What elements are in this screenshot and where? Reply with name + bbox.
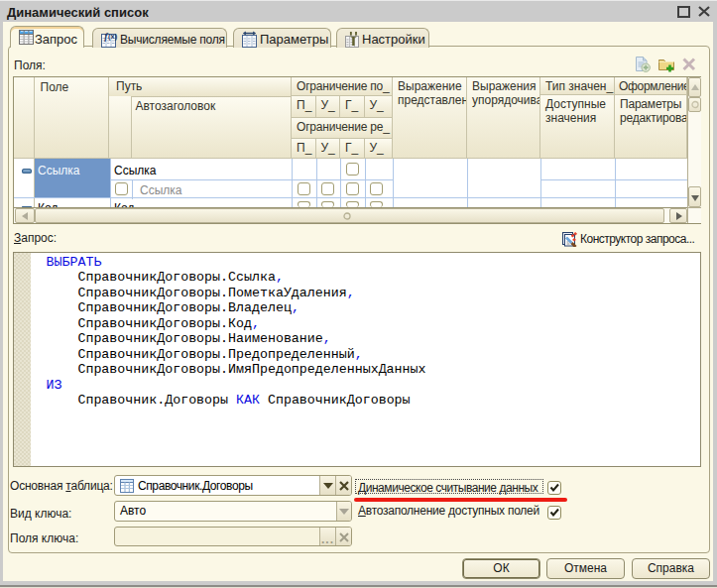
svg-text:(x): (x)	[108, 32, 118, 41]
